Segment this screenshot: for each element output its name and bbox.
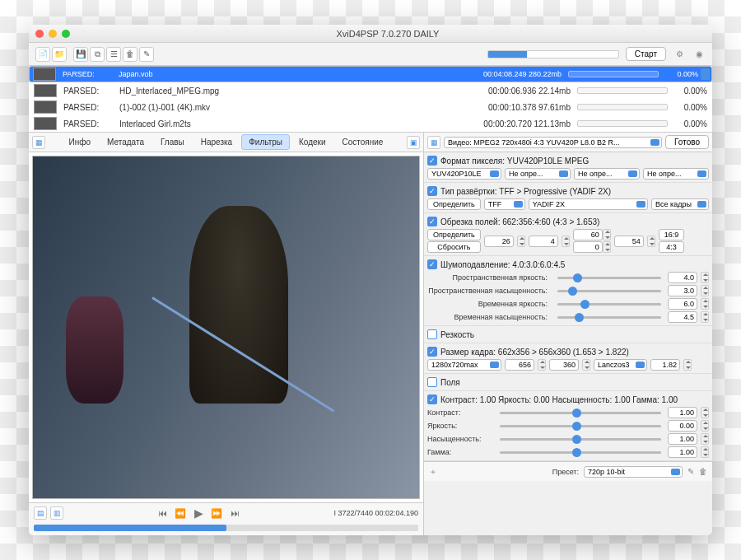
trash-icon[interactable]: 🗑 — [123, 47, 137, 62]
ready-button[interactable]: Готово — [665, 135, 709, 149]
tab-cut[interactable]: Нарезка — [193, 134, 240, 150]
slider[interactable] — [496, 420, 664, 432]
stepper[interactable] — [701, 272, 709, 283]
stepper[interactable] — [603, 229, 611, 240]
open-file-icon[interactable]: 📄 — [35, 47, 50, 62]
video-preview[interactable] — [32, 156, 420, 499]
pixfmt-opt3[interactable]: Не опре... — [643, 168, 709, 180]
scan-checkbox[interactable]: ✓ — [427, 186, 437, 196]
aspect-43[interactable]: 4:3 — [659, 241, 685, 253]
resize-h[interactable]: 360 — [549, 359, 579, 371]
preset-select[interactable]: 720p 10-bit — [584, 466, 683, 478]
rewind-icon[interactable]: ⏪ — [172, 506, 189, 520]
tab-info[interactable]: Инфо — [62, 134, 99, 150]
aspect-169[interactable]: 16:9 — [659, 229, 685, 240]
preset-edit-icon[interactable]: ✎ — [687, 467, 694, 476]
sharp-checkbox[interactable]: ✓ — [427, 329, 437, 339]
player-controls: ▤ ▥ ⏮ ⏪ ▶ ⏩ ⏭ I 3722/7440 00:02:04.190 — [29, 502, 423, 535]
slider[interactable] — [554, 285, 664, 296]
resize-scale[interactable]: 1.82 — [650, 359, 680, 371]
stepper[interactable] — [562, 236, 570, 247]
stepper[interactable] — [647, 236, 655, 247]
titlebar[interactable]: XviD4PSP 7.0.270 DAILY — [29, 25, 712, 43]
resize-checkbox[interactable]: ✓ — [427, 347, 437, 357]
next-icon[interactable]: ⏭ — [226, 506, 243, 520]
settings-gear-icon[interactable]: ⚙ — [673, 48, 686, 61]
thumbnail — [34, 100, 57, 114]
slider[interactable] — [554, 272, 664, 283]
stepper[interactable] — [517, 236, 525, 247]
denoise-checkbox[interactable]: ✓ — [427, 259, 437, 269]
scan-field-select[interactable]: TFF — [484, 198, 525, 210]
video-stream-select[interactable]: Видео: MPEG2 720x480i 4:3 YUV420P L8.0 B… — [444, 137, 662, 148]
file-row[interactable]: PARSED: Interlaced Girl.m2ts 00:00:20.72… — [29, 115, 712, 132]
slider[interactable] — [554, 311, 664, 323]
pixfmt-opt1[interactable]: Не опре... — [505, 168, 571, 180]
fields-checkbox[interactable]: ✓ — [427, 377, 437, 387]
edit-icon[interactable]: ✎ — [139, 47, 154, 62]
slider[interactable] — [554, 298, 664, 310]
pixfmt-checkbox[interactable]: ✓ — [427, 156, 437, 166]
crop-reset-button[interactable]: Сбросить — [427, 241, 481, 253]
crop-top[interactable]: 4 — [529, 236, 558, 247]
seek-bar[interactable] — [34, 525, 418, 531]
file-list: PARSED: Japan.vob 00:04:08.249 280.22mb … — [29, 66, 712, 133]
grid-icon[interactable]: ▦ — [32, 136, 45, 149]
open-folder-icon[interactable]: 📁 — [52, 47, 67, 62]
resize-algo-select[interactable]: Lanczos3 — [594, 359, 647, 371]
play-icon[interactable]: ▶ — [190, 506, 207, 520]
crop-detect-button[interactable]: Определить — [427, 229, 481, 240]
stepper[interactable] — [701, 311, 709, 323]
stepper[interactable] — [701, 285, 709, 296]
start-button[interactable]: Старт — [626, 47, 666, 61]
preset-delete-icon[interactable]: 🗑 — [699, 467, 707, 476]
stepper[interactable] — [701, 446, 709, 458]
scan-detect-button[interactable]: Определить — [427, 198, 481, 210]
file-row[interactable]: PARSED: Japan.vob 00:04:08.249 280.22mb … — [29, 66, 712, 82]
thumbnail — [34, 117, 57, 130]
list-icon[interactable]: ☰ — [106, 47, 121, 62]
scan-frames-select[interactable]: Все кадры — [651, 198, 709, 210]
stepper[interactable] — [538, 359, 546, 371]
slider[interactable] — [496, 446, 664, 458]
file-row[interactable]: PARSED: (1)-002 (1)-001 (4K).mkv 00:00:1… — [29, 99, 712, 115]
stepper[interactable] — [603, 241, 611, 253]
stepper[interactable] — [701, 420, 709, 432]
tab-filters[interactable]: Фильтры — [241, 134, 290, 150]
stepper[interactable] — [701, 433, 709, 445]
scan-method-select[interactable]: YADIF 2X — [529, 198, 648, 210]
add-icon[interactable]: ＋ — [429, 466, 437, 478]
prev-icon[interactable]: ⏮ — [154, 506, 170, 520]
stream-icon[interactable]: ▦ — [427, 136, 440, 149]
save-icon[interactable]: 💾 — [73, 47, 88, 62]
resize-preset-select[interactable]: 1280x720max — [427, 359, 501, 371]
close-icon[interactable] — [35, 30, 44, 38]
slider[interactable] — [496, 407, 664, 418]
panel-icon[interactable]: ▣ — [407, 136, 420, 149]
stepper[interactable] — [683, 359, 692, 371]
copy-icon[interactable]: ⧉ — [90, 47, 105, 62]
tab-codecs[interactable]: Кодеки — [291, 134, 333, 150]
crop-left[interactable]: 26 — [484, 236, 514, 247]
stepper[interactable] — [701, 407, 709, 418]
stepper[interactable] — [701, 298, 709, 310]
mode-b-icon[interactable]: ▥ — [50, 506, 63, 520]
pixfmt-select[interactable]: YUV420P10LE — [427, 168, 501, 180]
mode-a-icon[interactable]: ▤ — [34, 506, 47, 520]
slider[interactable] — [496, 433, 664, 445]
tab-metadata[interactable]: Метадата — [100, 134, 151, 150]
crop-checkbox[interactable]: ✓ — [427, 217, 437, 226]
tab-status[interactable]: Состояние — [335, 134, 391, 150]
global-progress — [487, 50, 619, 58]
stepper[interactable] — [582, 359, 590, 371]
tab-chapters[interactable]: Главы — [153, 134, 192, 150]
zoom-icon[interactable] — [62, 30, 70, 38]
forward-icon[interactable]: ⏩ — [208, 506, 225, 520]
minimize-icon[interactable] — [49, 30, 57, 38]
file-row[interactable]: PARSED: HD_Interlaced_MPEG.mpg 00:00:06.… — [29, 82, 712, 99]
eye-icon[interactable]: ◉ — [692, 48, 706, 61]
resize-w[interactable]: 656 — [505, 359, 534, 371]
crop-right[interactable]: 54 — [614, 236, 644, 247]
color-checkbox[interactable]: ✓ — [427, 394, 437, 404]
pixfmt-opt2[interactable]: Не опре... — [574, 168, 640, 180]
